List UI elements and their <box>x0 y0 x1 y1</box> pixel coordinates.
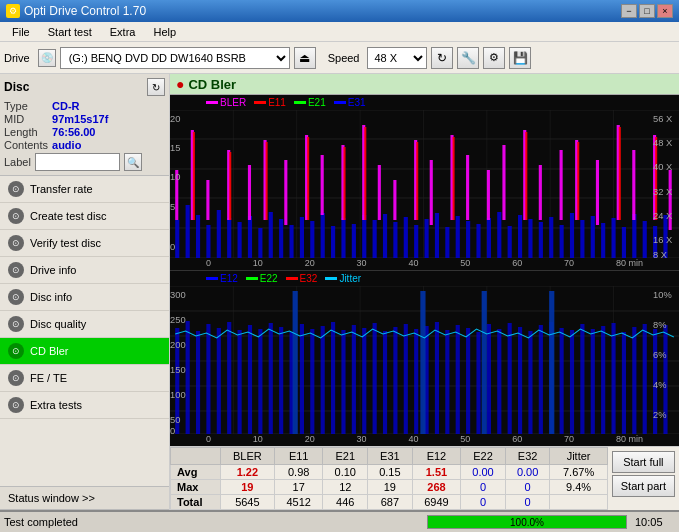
mid-value: 97m15s17f <box>52 113 165 125</box>
svg-rect-20 <box>238 222 242 258</box>
x-label-50: 50 <box>460 258 470 268</box>
label-browse-button[interactable]: 🔍 <box>124 153 142 171</box>
maximize-button[interactable]: □ <box>639 4 655 18</box>
config-button[interactable]: ⚙ <box>483 47 505 69</box>
start-buttons: Start full Start part <box>608 447 679 510</box>
disc-title: Disc <box>4 80 29 94</box>
legend-bler: BLER <box>206 97 246 108</box>
eject-button[interactable]: ⏏ <box>294 47 316 69</box>
nav-item-drive-info[interactable]: ⊙ Drive info <box>0 257 169 284</box>
svg-text:50: 50 <box>170 415 180 425</box>
legend-jitter-color <box>325 277 337 280</box>
speed-select[interactable]: 48 X <box>367 47 427 69</box>
svg-text:8%: 8% <box>653 320 666 330</box>
svg-rect-29 <box>331 226 335 258</box>
total-e31: 687 <box>368 495 413 510</box>
legend-e21-label: E21 <box>308 97 326 108</box>
drive-icon-btn: 💿 <box>38 49 56 67</box>
menu-start-test[interactable]: Start test <box>40 24 100 40</box>
svg-rect-145 <box>341 330 345 434</box>
chart-header: ● CD Bler <box>170 74 679 95</box>
menu-help[interactable]: Help <box>145 24 184 40</box>
svg-rect-49 <box>539 222 543 258</box>
svg-rect-180 <box>549 291 554 434</box>
svg-rect-23 <box>269 212 273 258</box>
start-part-button[interactable]: Start part <box>612 475 675 497</box>
bottom-chart: E12 E22 E32 Jitter <box>170 270 679 446</box>
nav-item-disc-info[interactable]: ⊙ Disc info <box>0 284 169 311</box>
save-button[interactable]: 💾 <box>509 47 531 69</box>
close-button[interactable]: × <box>657 4 673 18</box>
disc-refresh-button[interactable]: ↻ <box>147 78 165 96</box>
svg-text:250: 250 <box>170 315 186 325</box>
svg-rect-89 <box>669 170 672 230</box>
legend-e12: E12 <box>206 273 238 284</box>
svg-text:56 X: 56 X <box>653 114 672 124</box>
drive-select[interactable]: (G:) BENQ DVD DD DW1640 BSRB <box>60 47 290 69</box>
svg-rect-47 <box>518 215 522 258</box>
top-chart: BLER E11 E21 E31 <box>170 95 679 270</box>
menu-file[interactable]: File <box>4 24 38 40</box>
contents-label: Contents <box>4 139 48 151</box>
menu-extra[interactable]: Extra <box>102 24 144 40</box>
col-header-bler: BLER <box>220 448 274 465</box>
start-full-button[interactable]: Start full <box>612 451 675 473</box>
disc-quality-icon: ⊙ <box>8 316 24 332</box>
legend-e22-label: E22 <box>260 273 278 284</box>
svg-rect-37 <box>414 225 418 258</box>
speed-label: Speed <box>328 52 360 64</box>
svg-rect-45 <box>497 212 501 258</box>
disc-label-row: Label 🔍 <box>4 153 165 171</box>
svg-rect-141 <box>300 324 304 434</box>
legend-e21: E21 <box>294 97 326 108</box>
svg-rect-82 <box>539 165 542 220</box>
total-jitter <box>550 495 607 510</box>
col-header-empty <box>171 448 221 465</box>
svg-rect-25 <box>289 225 293 258</box>
settings-button[interactable]: 🔧 <box>457 47 479 69</box>
x-label-b-20: 20 <box>305 434 315 444</box>
svg-rect-130 <box>186 321 190 434</box>
x-label-80: 80 min <box>616 258 643 268</box>
minimize-button[interactable]: − <box>621 4 637 18</box>
nav-label-extra-tests: Extra tests <box>30 399 82 411</box>
svg-rect-147 <box>362 328 366 434</box>
svg-rect-26 <box>300 217 304 258</box>
x-label-30: 30 <box>357 258 367 268</box>
svg-rect-96 <box>416 142 418 220</box>
disc-info: Type CD-R MID 97m15s17f Length 76:56.00 … <box>4 100 165 151</box>
svg-rect-158 <box>476 332 480 434</box>
svg-rect-33 <box>373 220 377 258</box>
status-window-button[interactable]: Status window >> <box>0 487 169 510</box>
svg-rect-146 <box>352 325 356 434</box>
legend-e11-label: E11 <box>268 97 286 108</box>
nav-item-fe-te[interactable]: ⊙ FE / TE <box>0 365 169 392</box>
label-input[interactable] <box>35 153 120 171</box>
titlebar-left: ⚙ Opti Drive Control 1.70 <box>6 4 146 18</box>
type-label: Type <box>4 100 48 112</box>
nav-item-create-test-disc[interactable]: ⊙ Create test disc <box>0 203 169 230</box>
svg-rect-85 <box>596 160 599 225</box>
svg-rect-21 <box>248 216 252 258</box>
svg-rect-157 <box>466 328 470 434</box>
x-label-b-60: 60 <box>512 434 522 444</box>
nav-label-transfer-rate: Transfer rate <box>30 183 93 195</box>
create-test-disc-icon: ⊙ <box>8 208 24 224</box>
disc-header: Disc ↻ <box>4 78 165 96</box>
svg-rect-18 <box>217 210 221 258</box>
nav-item-transfer-rate[interactable]: ⊙ Transfer rate <box>0 176 169 203</box>
nav-item-disc-quality[interactable]: ⊙ Disc quality <box>0 311 169 338</box>
nav-item-verify-test-disc[interactable]: ⊙ Verify test disc <box>0 230 169 257</box>
legend-e31: E31 <box>334 97 366 108</box>
time-display: 10:05 <box>635 516 675 528</box>
x-label-10: 10 <box>253 258 263 268</box>
stats-row-avg: Avg 1.22 0.98 0.10 0.15 1.51 0.00 0.00 7… <box>171 465 608 480</box>
svg-rect-39 <box>435 213 439 258</box>
nav-label-disc-info: Disc info <box>30 291 72 303</box>
svg-text:8 X: 8 X <box>653 250 667 258</box>
svg-text:6%: 6% <box>653 350 666 360</box>
refresh-button[interactable]: ↻ <box>431 47 453 69</box>
nav-item-extra-tests[interactable]: ⊙ Extra tests <box>0 392 169 419</box>
nav-item-cd-bler[interactable]: ⊙ CD Bler <box>0 338 169 365</box>
svg-rect-73 <box>378 165 381 220</box>
